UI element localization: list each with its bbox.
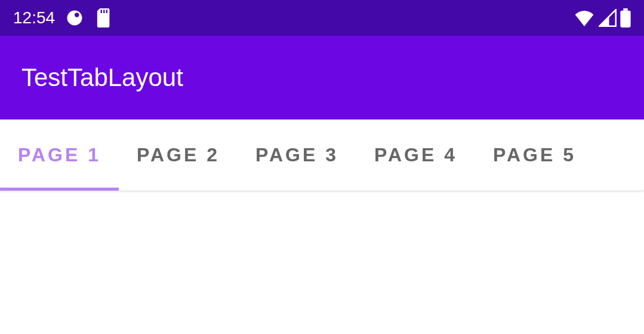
status-bar-left: 12:54 — [13, 8, 111, 27]
tab-label: PAGE 4 — [374, 144, 457, 166]
tab-label: PAGE 5 — [493, 144, 576, 166]
sd-card-icon — [94, 8, 111, 27]
status-bar: 12:54 — [0, 0, 644, 36]
svg-rect-5 — [623, 8, 627, 11]
tab-page-1[interactable]: PAGE 1 — [0, 119, 119, 191]
battery-icon — [620, 8, 631, 27]
tab-page-4[interactable]: PAGE 4 — [356, 119, 475, 191]
app-bar: TestTabLayout — [0, 36, 644, 119]
svg-point-1 — [75, 13, 79, 17]
svg-point-0 — [67, 11, 82, 26]
svg-rect-6 — [620, 11, 630, 27]
svg-rect-2 — [101, 10, 102, 13]
app-title: TestTabLayout — [21, 63, 183, 92]
tab-label: PAGE 1 — [18, 144, 101, 166]
tab-page-2[interactable]: PAGE 2 — [119, 119, 238, 191]
tab-bar: PAGE 1 PAGE 2 PAGE 3 PAGE 4 PAGE 5 — [0, 119, 644, 191]
signal-icon — [599, 9, 617, 27]
wifi-icon — [574, 10, 595, 26]
tab-label: PAGE 3 — [255, 144, 338, 166]
svg-rect-4 — [106, 10, 107, 13]
tab-page-5[interactable]: PAGE 5 — [475, 119, 594, 191]
tab-label: PAGE 2 — [137, 144, 220, 166]
clock-icon — [66, 9, 84, 27]
status-bar-right — [574, 8, 631, 27]
svg-rect-3 — [103, 10, 104, 13]
status-time: 12:54 — [13, 8, 55, 27]
tab-page-3[interactable]: PAGE 3 — [238, 119, 356, 191]
